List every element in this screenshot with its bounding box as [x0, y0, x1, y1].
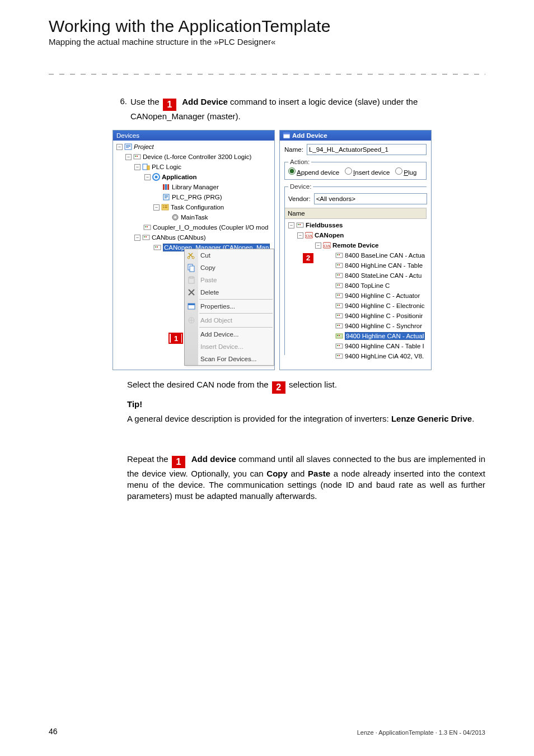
add-object-icon	[187, 316, 196, 325]
devices-titlebar: Devices	[113, 130, 274, 141]
device-icon	[335, 352, 343, 360]
tree-device-option[interactable]: 9400 Highline C - Synchror	[285, 321, 427, 331]
tree-device-option[interactable]: 9400 HighLine CiA 402, V8.	[285, 351, 427, 361]
expander-icon[interactable]: −	[297, 232, 303, 239]
menu-properties[interactable]: Properties...	[185, 300, 274, 312]
action-legend: Action:	[288, 158, 311, 165]
tree-project[interactable]: − Project	[113, 142, 274, 152]
cia-icon: CiA	[323, 241, 331, 249]
tree-label: 8400 StateLine CAN - Actu	[345, 272, 421, 279]
menu-label: Paste	[200, 277, 217, 283]
tree-device-option[interactable]: 9400 Highline C - Positionir	[285, 311, 427, 321]
svg-text:CiA: CiA	[306, 234, 312, 238]
tree-device-option[interactable]: 9400 Highline CAN - Actual	[285, 331, 427, 341]
device-icon	[335, 282, 343, 290]
menu-delete[interactable]: Delete	[185, 286, 274, 298]
tree-label: 8400 TopLine C	[345, 282, 390, 289]
tree-label: 9400 Highline C - Synchror	[345, 323, 422, 329]
menu-add-device[interactable]: Add Device...	[185, 328, 274, 340]
menu-paste: Paste	[185, 274, 274, 286]
prg-icon	[162, 193, 170, 201]
device-tree: −Fieldbusses−CiACANopen−CiARemote Device…	[285, 219, 427, 363]
callout-1: 1	[172, 456, 185, 468]
expander-icon[interactable]: −	[134, 164, 140, 170]
menu-add-object: Add Object	[185, 314, 274, 326]
context-menu[interactable]: Cut Copy Paste Delete Properties... Add …	[184, 249, 274, 366]
svg-rect-57	[339, 264, 340, 265]
expander-icon[interactable]: −	[288, 222, 294, 228]
tree-label: Project	[134, 143, 154, 150]
tree-maintask[interactable]: MainTask	[113, 212, 274, 222]
radio-plug[interactable]: Plug	[395, 167, 416, 176]
expander-icon[interactable]: −	[134, 235, 140, 241]
svg-rect-13	[167, 184, 169, 190]
svg-rect-80	[337, 345, 338, 346]
expander-icon[interactable]: −	[144, 174, 151, 180]
tree-library-manager[interactable]: Library Manager	[113, 182, 274, 192]
tree-device-option[interactable]: 8400 TopLine C	[285, 281, 427, 291]
tree-label: Device (L-force Controller 3200 Logic)	[143, 153, 251, 160]
svg-rect-71	[337, 315, 338, 316]
device-icon	[335, 332, 343, 340]
tree-plc-prg[interactable]: PLC_PRG (PRG)	[113, 192, 274, 202]
column-name[interactable]: Name	[285, 208, 427, 219]
tree-remote-device[interactable]: −CiARemote Device	[285, 240, 427, 250]
expander-icon[interactable]: −	[153, 204, 160, 211]
svg-rect-3	[126, 147, 129, 148]
device-icon	[335, 342, 343, 350]
svg-rect-74	[337, 325, 338, 326]
svg-rect-41	[188, 304, 195, 305]
tree-device-option[interactable]: 8400 StateLine CAN - Actu	[285, 270, 427, 281]
dialog-icon	[283, 132, 290, 139]
divider: _ _ _ _ _ _ _ _ _ _ _ _ _ _ _ _ _ _ _ _ …	[49, 67, 485, 76]
tree-coupler[interactable]: Coupler_I_O_modules (Coupler I/O mod	[113, 222, 274, 232]
tree-application[interactable]: − Application	[113, 172, 274, 182]
tree-fieldbusses[interactable]: −Fieldbusses	[285, 220, 427, 230]
callout-1: 1	[163, 99, 176, 111]
device-icon	[335, 312, 343, 320]
radio-append[interactable]: Append device	[288, 167, 339, 176]
tree-label: Library Manager	[172, 184, 219, 190]
tree-device-option[interactable]: 9400 Highline C - Electronic	[285, 301, 427, 311]
tree-label: 8400 HighLine CAN - Table	[345, 262, 423, 269]
tree-device-option[interactable]: 9400 Highline C - Actuator	[285, 291, 427, 301]
menu-cut[interactable]: Cut	[185, 249, 274, 262]
svg-rect-81	[339, 345, 340, 346]
svg-rect-37	[190, 266, 194, 272]
tree-plc-logic[interactable]: − PLC Logic	[113, 162, 274, 172]
svg-rect-54	[339, 254, 340, 255]
expander-icon[interactable]: −	[315, 242, 321, 249]
expander-icon[interactable]: −	[125, 154, 132, 160]
tree-task-cfg[interactable]: − Task Configuration	[113, 202, 274, 212]
svg-rect-19	[163, 206, 164, 207]
menu-copy[interactable]: Copy	[185, 262, 274, 274]
devices-tree: − Project − Device (L-force Controller 3…	[113, 141, 274, 255]
menu-label: Scan For Devices...	[200, 356, 256, 362]
radio-insert[interactable]: Insert device	[345, 167, 390, 176]
svg-rect-62	[337, 284, 338, 286]
tree-label: Application	[162, 174, 197, 180]
svg-rect-26	[145, 226, 146, 227]
tree-canopen[interactable]: −CiACANopen	[285, 230, 427, 240]
delete-icon	[187, 288, 196, 297]
tree-canbus[interactable]: − CANbus (CANbus)	[113, 232, 274, 242]
tree-device-option[interactable]: 9400 Highline CAN - Table I	[285, 341, 427, 351]
tip-text: A general device description is provided…	[127, 413, 485, 424]
dialog-title: Add Device	[292, 130, 327, 141]
svg-rect-39	[190, 277, 193, 278]
svg-rect-21	[165, 206, 167, 207]
svg-rect-72	[339, 315, 340, 316]
devices-title: Devices	[116, 130, 139, 141]
tree-label: 9400 Highline C - Actuator	[345, 292, 420, 299]
doc-tag: Lenze · ApplicationTemplate · 1.3 EN - 0…	[357, 729, 485, 736]
svg-rect-7	[143, 164, 147, 170]
svg-rect-20	[163, 207, 164, 208]
menu-scan[interactable]: Scan For Devices...	[185, 353, 274, 365]
tree-device[interactable]: − Device (L-force Controller 3200 Logic)	[113, 152, 274, 162]
svg-rect-77	[337, 335, 338, 336]
name-input[interactable]	[307, 144, 427, 155]
svg-rect-63	[339, 284, 340, 286]
vendor-dropdown[interactable]	[314, 193, 427, 204]
expander-icon[interactable]: −	[116, 144, 123, 150]
svg-rect-69	[339, 305, 340, 306]
